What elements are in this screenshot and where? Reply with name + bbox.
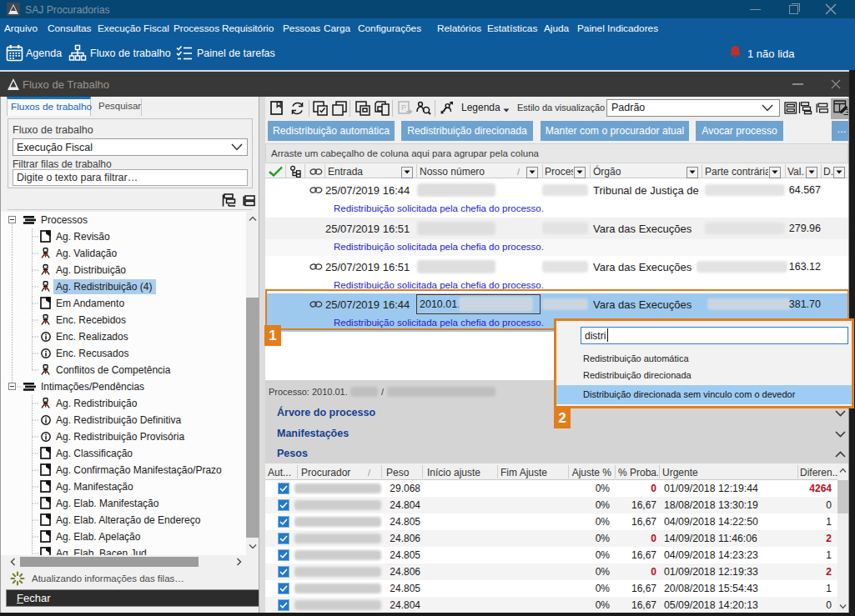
svg-text:P: P bbox=[401, 103, 406, 112]
